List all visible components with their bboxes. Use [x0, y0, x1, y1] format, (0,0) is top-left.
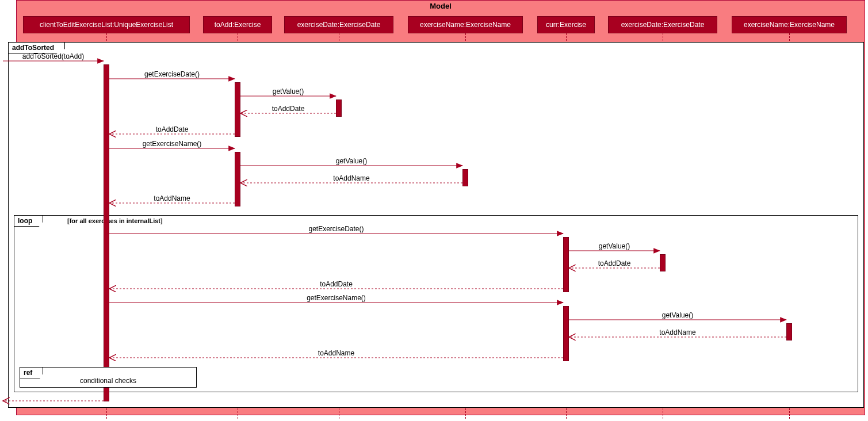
activation-6 [563, 306, 569, 361]
participant-p3: exerciseDate:ExerciseDate [284, 16, 393, 33]
participant-p2: toAdd:Exercise [203, 16, 272, 33]
participant-p7: exerciseName:ExerciseName [732, 16, 847, 33]
message-label-16: toAddName [279, 349, 394, 357]
message-label-9: getExerciseDate() [279, 225, 394, 233]
diagram-title: Model [17, 2, 865, 10]
participant-p5: curr:Exercise [537, 16, 595, 33]
participant-p4: exerciseName:ExerciseName [408, 16, 523, 33]
message-label-10: getValue() [557, 242, 672, 250]
message-label-2: getValue() [231, 87, 346, 95]
activation-8 [786, 323, 792, 340]
activation-4 [462, 169, 468, 186]
message-label-4: toAddDate [114, 125, 230, 133]
activation-2 [235, 152, 240, 206]
message-label-3: toAddDate [231, 105, 346, 113]
message-label-12: toAddDate [279, 280, 394, 288]
message-label-11: toAddDate [557, 259, 672, 267]
participant-p6: exerciseDate:ExerciseDate [608, 16, 717, 33]
activation-0 [104, 64, 109, 401]
loop-guard: [for all exercises in internalList] [67, 217, 163, 224]
message-label-6: getValue() [294, 157, 409, 165]
fragment-loop: loop [for all exercises in internalList] [14, 215, 858, 392]
message-label-8: toAddName [114, 194, 230, 202]
message-label-14: getValue() [620, 311, 735, 319]
message-label-5: getExerciseName() [114, 140, 230, 148]
participant-p1: clientToEditExerciseList:UniqueExerciseL… [23, 16, 190, 33]
fragment-label: addToSorted [8, 42, 65, 53]
message-label-7: toAddName [294, 174, 409, 182]
message-label-0: addToSorted(toAdd) [0, 52, 111, 60]
message-label-13: getExerciseName() [279, 294, 394, 302]
fragment-ref: ref conditional checks [20, 367, 197, 388]
message-label-15: toAddName [620, 328, 735, 336]
message-label-1: getExerciseDate() [114, 70, 230, 78]
ref-text: conditional checks [20, 377, 196, 385]
loop-label: loop [14, 215, 43, 227]
